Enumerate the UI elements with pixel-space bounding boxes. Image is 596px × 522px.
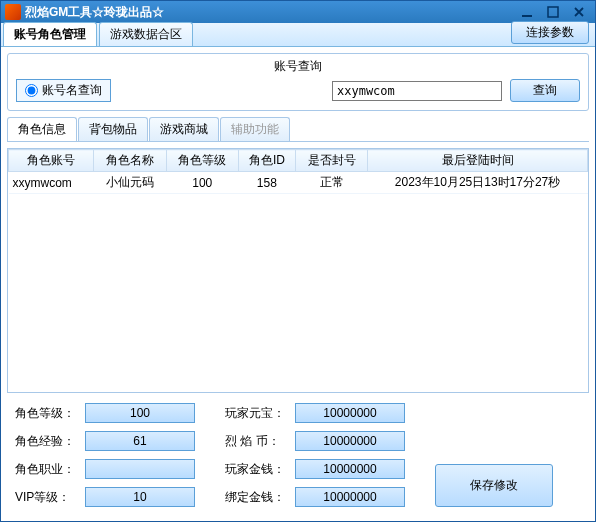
minimize-button[interactable] bbox=[515, 4, 539, 20]
field-lieyan[interactable]: 10000000 bbox=[295, 431, 405, 451]
table-header-row: 角色账号 角色名称 角色等级 角色ID 是否封号 最后登陆时间 bbox=[9, 150, 588, 172]
app-window: 烈焰GM工具☆玲珑出品☆ 账号角色管理 游戏数据合区 连接参数 账号查询 账号名… bbox=[0, 0, 596, 522]
role-table[interactable]: 角色账号 角色名称 角色等级 角色ID 是否封号 最后登陆时间 xxymwcom… bbox=[7, 148, 589, 393]
query-panel: 账号查询 账号名查询 查询 bbox=[7, 53, 589, 111]
field-money[interactable]: 10000000 bbox=[295, 459, 405, 479]
connection-params-button[interactable]: 连接参数 bbox=[511, 21, 589, 44]
label-bound: 绑定金钱： bbox=[225, 489, 289, 506]
sub-tabs: 角色信息 背包物品 游戏商城 辅助功能 bbox=[7, 117, 589, 142]
cell-level: 100 bbox=[166, 172, 238, 194]
field-vip[interactable]: 10 bbox=[85, 487, 195, 507]
svg-rect-1 bbox=[548, 7, 558, 17]
radio-label: 账号名查询 bbox=[42, 82, 102, 99]
col-lastlogin[interactable]: 最后登陆时间 bbox=[368, 150, 588, 172]
table-row[interactable]: xxymwcom 小仙元码 100 158 正常 2023年10月25日13时1… bbox=[9, 172, 588, 194]
account-name-radio-input[interactable] bbox=[25, 84, 38, 97]
app-icon bbox=[5, 4, 21, 20]
search-button[interactable]: 查询 bbox=[510, 79, 580, 102]
tab-game-data[interactable]: 游戏数据合区 bbox=[99, 22, 193, 46]
col-banned[interactable]: 是否封号 bbox=[295, 150, 367, 172]
label-money: 玩家金钱： bbox=[225, 461, 289, 478]
cell-id: 158 bbox=[238, 172, 295, 194]
tab-game-mall[interactable]: 游戏商城 bbox=[149, 117, 219, 141]
col-name[interactable]: 角色名称 bbox=[94, 150, 166, 172]
svg-rect-0 bbox=[522, 15, 532, 17]
cell-lastlogin: 2023年10月25日13时17分27秒 bbox=[368, 172, 588, 194]
label-job: 角色职业： bbox=[15, 461, 79, 478]
main-tabs: 账号角色管理 游戏数据合区 连接参数 bbox=[1, 23, 595, 47]
cell-banned: 正常 bbox=[295, 172, 367, 194]
label-level: 角色等级： bbox=[15, 405, 79, 422]
field-job[interactable] bbox=[85, 459, 195, 479]
label-exp: 角色经验： bbox=[15, 433, 79, 450]
tab-role-info[interactable]: 角色信息 bbox=[7, 117, 77, 141]
close-button[interactable] bbox=[567, 4, 591, 20]
col-level[interactable]: 角色等级 bbox=[166, 150, 238, 172]
tab-assist: 辅助功能 bbox=[220, 117, 290, 141]
query-by-account-radio[interactable]: 账号名查询 bbox=[16, 79, 111, 102]
col-account[interactable]: 角色账号 bbox=[9, 150, 94, 172]
field-level[interactable]: 100 bbox=[85, 403, 195, 423]
label-vip: VIP等级： bbox=[15, 489, 79, 506]
account-search-input[interactable] bbox=[332, 81, 502, 101]
cell-account: xxymwcom bbox=[9, 172, 94, 194]
maximize-button[interactable] bbox=[541, 4, 565, 20]
fields-panel: 角色等级：100 角色经验：61 角色职业： VIP等级：10 玩家元宝：100… bbox=[7, 399, 589, 515]
label-lieyan: 烈 焰 币： bbox=[225, 433, 289, 450]
titlebar: 烈焰GM工具☆玲珑出品☆ bbox=[1, 1, 595, 23]
query-title: 账号查询 bbox=[16, 58, 580, 75]
field-yuanbao[interactable]: 10000000 bbox=[295, 403, 405, 423]
field-exp[interactable]: 61 bbox=[85, 431, 195, 451]
content-area: 账号查询 账号名查询 查询 角色信息 背包物品 游戏商城 辅助功能 角色账号 角… bbox=[1, 47, 595, 521]
tab-backpack[interactable]: 背包物品 bbox=[78, 117, 148, 141]
field-bound[interactable]: 10000000 bbox=[295, 487, 405, 507]
tab-account-role[interactable]: 账号角色管理 bbox=[3, 22, 97, 46]
col-id[interactable]: 角色ID bbox=[238, 150, 295, 172]
cell-name: 小仙元码 bbox=[94, 172, 166, 194]
label-yuanbao: 玩家元宝： bbox=[225, 405, 289, 422]
window-title: 烈焰GM工具☆玲珑出品☆ bbox=[25, 4, 164, 21]
save-button[interactable]: 保存修改 bbox=[435, 464, 553, 507]
